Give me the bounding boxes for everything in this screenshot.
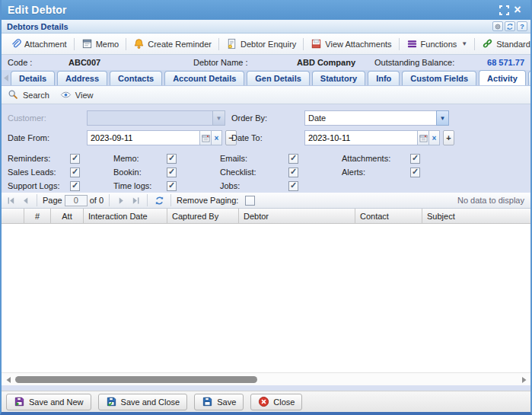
reminders-checkbox[interactable] <box>70 154 80 164</box>
paging-toolbar: Page of 0 Remove Paging: No data to disp… <box>2 193 530 209</box>
save-and-new-button[interactable]: Save and New <box>6 394 91 410</box>
scroll-right-icon[interactable] <box>518 375 529 385</box>
memo-button[interactable]: Memo <box>78 36 123 52</box>
date-from-input[interactable] <box>87 130 199 145</box>
help-icon[interactable]: ? <box>517 21 527 31</box>
remove-paging-checkbox[interactable] <box>245 196 255 206</box>
clear-date-icon[interactable]: × <box>428 130 440 145</box>
clear-date-icon[interactable]: × <box>211 130 222 145</box>
customer-value <box>87 110 212 126</box>
code-label: Code : <box>8 58 32 67</box>
activity-filter-form: Customer: ▼ Order By: Date ▼ Date From: … <box>2 104 530 193</box>
page-of-label: of 0 <box>90 196 104 205</box>
tab-contacts[interactable]: Contacts <box>110 71 162 85</box>
date-to-plus-button[interactable]: + <box>443 130 454 145</box>
bell-icon <box>133 38 145 49</box>
standard-label: Standard <box>496 40 530 49</box>
customer-combo: ▼ <box>87 110 225 126</box>
outstanding-balance-label: Outstanding Balance: <box>374 58 454 67</box>
column-debtor[interactable]: Debtor <box>239 209 355 223</box>
save-new-icon <box>14 396 25 407</box>
column-subject[interactable]: Subject <box>422 209 530 223</box>
window-title: Edit Debtor <box>8 4 67 16</box>
column-att[interactable]: Att <box>51 209 84 223</box>
grid-status-text: No data to display <box>457 196 527 205</box>
bookin-label: Bookin: <box>113 168 167 177</box>
column-interaction-date[interactable]: Interaction Date <box>84 209 167 223</box>
tab-details[interactable]: Details <box>11 71 55 85</box>
calendar-icon[interactable] <box>199 130 211 145</box>
create-reminder-button[interactable]: Create Reminder <box>129 36 215 52</box>
order-by-combo[interactable]: Date ▼ <box>304 110 449 126</box>
date-to-field: × <box>304 130 440 145</box>
horizontal-scrollbar[interactable] <box>2 372 530 385</box>
column-captured-by[interactable]: Captured By <box>167 209 239 223</box>
alerts-checkbox[interactable] <box>410 168 420 177</box>
close-icon[interactable]: × <box>511 3 524 17</box>
panel-header: Debtors Details ? <box>2 20 530 34</box>
calendar-icon[interactable] <box>417 130 428 145</box>
functions-button[interactable]: Functions ▼ <box>403 36 472 52</box>
gear-icon[interactable] <box>492 21 503 31</box>
attachment-button[interactable]: Attachment <box>6 36 71 52</box>
save-and-close-button[interactable]: Save and Close <box>98 394 188 410</box>
view-button[interactable]: View <box>60 89 94 101</box>
bookin-checkbox[interactable] <box>167 168 177 177</box>
debtor-enquiry-button[interactable]: Debtor Enquiry <box>222 36 300 52</box>
column-row-number[interactable]: # <box>24 209 51 223</box>
scroll-left-icon[interactable] <box>3 375 14 385</box>
column-contact[interactable]: Contact <box>355 209 422 223</box>
tab-info[interactable]: Info <box>368 71 400 85</box>
chevron-down-icon[interactable]: ▼ <box>436 110 449 126</box>
grid-body[interactable] <box>2 224 530 372</box>
functions-label: Functions <box>421 40 457 49</box>
date-from-label: Date From: <box>8 130 49 145</box>
maximize-icon[interactable] <box>497 3 511 17</box>
next-page-icon[interactable] <box>115 194 127 206</box>
tab-activity[interactable]: Activity <box>479 70 526 85</box>
standard-button[interactable]: Standard ▼ <box>478 36 532 52</box>
jobs-checkbox[interactable] <box>288 181 298 191</box>
tab-gen-details[interactable]: Gen Details <box>247 71 310 85</box>
tab-statutory[interactable]: Statutory <box>312 71 365 85</box>
date-to-input[interactable] <box>304 130 417 145</box>
emails-checkbox[interactable] <box>288 154 298 164</box>
scrollbar-thumb[interactable] <box>15 376 257 383</box>
tab-scroll-left-icon[interactable] <box>3 72 9 84</box>
time-logs-checkbox[interactable] <box>167 181 177 191</box>
memo-label: Memo <box>96 40 119 49</box>
prev-page-icon[interactable] <box>19 194 31 206</box>
view-attachments-label: View Attachments <box>325 40 391 49</box>
link-icon <box>482 38 493 49</box>
first-page-icon[interactable] <box>5 194 17 206</box>
attachments-checkbox[interactable] <box>410 154 420 164</box>
sales-leads-checkbox[interactable] <box>70 168 80 177</box>
close-footer-button[interactable]: Close <box>250 394 302 410</box>
save-button[interactable]: Save <box>194 394 244 410</box>
record-summary: Code : ABC007 Debtor Name : ABD Company … <box>2 55 530 70</box>
jobs-label: Jobs: <box>220 181 288 190</box>
reminders-label: Reminders: <box>8 154 70 163</box>
view-attachments-button[interactable]: View Attachments <box>307 36 395 52</box>
checklist-checkbox[interactable] <box>288 168 298 177</box>
last-page-icon[interactable] <box>129 194 142 206</box>
tab-custom-fields[interactable]: Custom Fields <box>402 71 476 85</box>
debtor-enquiry-label: Debtor Enquiry <box>241 40 296 49</box>
save-and-close-label: Save and Close <box>121 397 180 407</box>
tab-time[interactable]: Ti <box>528 71 530 85</box>
grid-header: # Att Interaction Date Captured By Debto… <box>2 209 530 224</box>
tab-address[interactable]: Address <box>57 71 107 85</box>
tab-account-details[interactable]: Account Details <box>164 71 244 85</box>
time-logs-label: Time logs: <box>113 181 167 190</box>
panel-title: Debtors Details <box>5 22 68 31</box>
support-logs-checkbox[interactable] <box>70 181 80 191</box>
refresh-icon[interactable] <box>153 194 165 206</box>
paperclip-icon <box>10 38 21 49</box>
search-button[interactable]: Search <box>8 89 49 101</box>
chevron-down-icon: ▼ <box>212 110 225 126</box>
page-number-input[interactable] <box>65 195 88 206</box>
close-icon <box>258 396 269 407</box>
memo-checkbox[interactable] <box>167 154 177 164</box>
toolbar-separator <box>399 38 400 50</box>
refresh-icon[interactable] <box>505 21 515 31</box>
